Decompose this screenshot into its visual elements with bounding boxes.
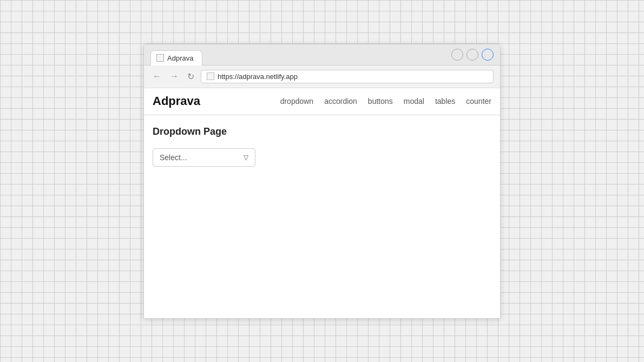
maximize-button[interactable] <box>466 49 478 61</box>
close-button[interactable] <box>482 49 494 61</box>
app-navbar: Adprava dropdown accordion buttons modal… <box>144 88 500 115</box>
app-main-area <box>153 167 491 307</box>
tab-favicon <box>156 54 164 62</box>
page-title: Dropdown Page <box>153 126 491 137</box>
browser-tab[interactable]: Adprava <box>150 50 202 65</box>
nav-link-counter[interactable]: counter <box>466 97 491 106</box>
chevron-down-icon: ▽ <box>244 154 248 161</box>
dropdown-select[interactable]: Select... ▽ <box>153 148 255 167</box>
app-content: Adprava dropdown accordion buttons modal… <box>144 88 500 318</box>
nav-link-modal[interactable]: modal <box>404 97 424 106</box>
title-bar: Adprava <box>144 44 500 65</box>
address-bar[interactable]: https://adprava.netlify.app <box>201 70 494 83</box>
forward-button[interactable]: → <box>168 70 181 82</box>
dropdown-placeholder: Select... <box>160 153 187 162</box>
app-brand: Adprava <box>153 94 200 108</box>
tab-label: Adprava <box>167 54 193 62</box>
app-nav-links: dropdown accordion buttons modal tables … <box>280 97 491 106</box>
reload-button[interactable]: ↻ <box>185 70 196 83</box>
app-page: Dropdown Page Select... ▽ <box>144 115 500 318</box>
nav-link-buttons[interactable]: buttons <box>368 97 393 106</box>
address-favicon-icon <box>207 73 214 80</box>
nav-link-accordion[interactable]: accordion <box>324 97 357 106</box>
nav-link-dropdown[interactable]: dropdown <box>280 97 314 106</box>
minimize-button[interactable] <box>451 49 463 61</box>
dropdown-container: Select... ▽ <box>153 148 255 167</box>
address-text: https://adprava.netlify.app <box>218 73 298 81</box>
nav-link-tables[interactable]: tables <box>435 97 455 106</box>
back-button[interactable]: ← <box>150 70 163 82</box>
window-controls <box>451 49 494 65</box>
browser-window: Adprava ← → ↻ https://adprava.netlify.ap… <box>143 44 501 319</box>
browser-toolbar: ← → ↻ https://adprava.netlify.app <box>144 65 500 88</box>
